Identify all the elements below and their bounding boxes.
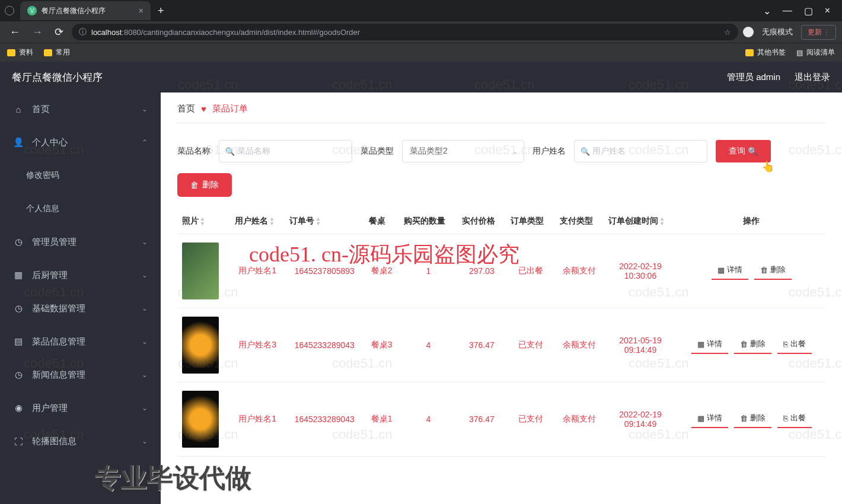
filter-row: 菜品名称 🔍 菜品名称 菜品类型 菜品类型2 ⌄ 用户姓名 🔍 用户姓名 查询🔍	[177, 140, 825, 162]
delete-button[interactable]: 🗑 删除	[754, 262, 792, 280]
cell-otype: 已出餐	[506, 234, 554, 308]
breadcrumb: 首页 ♥ 菜品订单	[177, 103, 825, 123]
col-user: 用户姓名▴▾	[230, 209, 285, 234]
col-ptype: 支付类型	[555, 209, 604, 234]
app-body: ⌂首页⌄👤个人中心⌃修改密码个人信息◷管理员管理⌄▦后厨管理⌄◷基础数据管理⌄▤…	[0, 92, 842, 504]
other-bookmarks[interactable]: 其他书签	[745, 47, 786, 58]
dish-name-input[interactable]: 🔍 菜品名称	[219, 140, 352, 162]
update-button[interactable]: 更新 ⋮	[801, 25, 836, 40]
cell-created: 2021-05-19 09:14:49	[604, 308, 677, 382]
browser-tab[interactable]: V 餐厅点餐微信小程序 ×	[20, 1, 151, 20]
breadcrumb-home[interactable]: 首页	[177, 103, 195, 114]
sort-icon[interactable]: ▴▾	[317, 216, 320, 226]
menu-label: 管理员管理	[32, 237, 76, 248]
cell-ptype: 余额支付	[555, 382, 604, 457]
url-host: localhost	[91, 28, 122, 37]
chevron-icon: ⌄	[142, 337, 148, 346]
bookmark-bar: 资料 常用 其他书签 ▤阅读清单	[0, 43, 842, 62]
filter-name-label: 菜品名称	[177, 146, 210, 157]
menu-label: 个人中心	[32, 137, 68, 148]
sidebar-item-4[interactable]: ◷管理员管理⌄	[0, 225, 161, 259]
dish-type-select[interactable]: 菜品类型2 ⌄	[402, 140, 524, 162]
detail-button[interactable]: ▦ 详情	[691, 410, 728, 428]
star-icon[interactable]: ☆	[724, 28, 731, 37]
detail-icon: ▦	[717, 266, 725, 275]
detail-button[interactable]: ▦ 详情	[712, 262, 748, 280]
col-photo: 照片▴▾	[177, 209, 230, 234]
close-window-icon[interactable]: ×	[825, 5, 830, 17]
sidebar-item-0[interactable]: ⌂首页⌄	[0, 92, 161, 126]
menu-icon: ◷	[13, 237, 24, 247]
reload-button[interactable]: ⟳	[51, 25, 67, 39]
heart-icon: ♥	[201, 104, 206, 114]
bookmark-folder-1[interactable]: 资料	[7, 47, 33, 58]
cell-order: 1645233289043	[285, 382, 364, 457]
sort-icon[interactable]: ▴▾	[661, 216, 664, 226]
sidebar-item-5[interactable]: ▦后厨管理⌄	[0, 259, 161, 292]
folder-icon	[745, 49, 754, 56]
menu-label: 修改密码	[26, 170, 59, 181]
menu-icon: ◷	[13, 303, 24, 314]
delete-icon: 🗑	[760, 266, 768, 275]
cell-created: 2022-02-19 09:14:49	[604, 382, 677, 457]
delete-button[interactable]: 🗑 删除	[734, 336, 771, 354]
cell-ptype: 余额支付	[555, 308, 604, 382]
menu-icon: ⛶	[13, 436, 24, 446]
sidebar-item-2[interactable]: 修改密码	[0, 159, 161, 192]
reading-list[interactable]: ▤阅读清单	[796, 47, 835, 58]
menu-label: 新闻信息管理	[32, 369, 85, 381]
detail-icon: ▦	[697, 414, 704, 423]
chevron-down-icon: ⌄	[512, 148, 518, 155]
close-icon[interactable]: ×	[139, 6, 143, 15]
forward-button[interactable]: →	[28, 26, 46, 39]
info-icon: ⓘ	[79, 27, 87, 37]
minimize-icon[interactable]: —	[783, 5, 792, 17]
search-icon: 🔍	[748, 146, 758, 156]
menu-icon: 👤	[13, 137, 24, 148]
tab-bar: V 餐厅点餐微信小程序 × + ⌄ — ▢ ×	[0, 0, 842, 21]
sidebar-item-8[interactable]: ◷新闻信息管理⌄	[0, 358, 161, 391]
row-actions: ▦ 详情🗑 删除⎘ 出餐	[682, 336, 821, 354]
user-name-input[interactable]: 🔍 用户姓名	[574, 140, 707, 162]
menu-icon: ▤	[13, 336, 24, 347]
delete-button[interactable]: 🗑 删除	[734, 410, 771, 428]
cell-user: 用户姓名1	[230, 382, 285, 457]
chevron-icon: ⌄	[142, 371, 148, 379]
cell-table: 餐桌2	[364, 234, 399, 308]
cell-table: 餐桌3	[364, 308, 399, 382]
detail-button[interactable]: ▦ 详情	[691, 336, 728, 354]
sidebar-item-6[interactable]: ◷基础数据管理⌄	[0, 292, 161, 325]
cell-user: 用户姓名3	[230, 308, 285, 382]
col-action: 操作	[677, 209, 825, 234]
current-user[interactable]: 管理员 admin	[727, 72, 780, 83]
app-header: 餐厅点餐微信小程序 管理员 admin 退出登录	[0, 62, 842, 92]
bookmark-folder-2[interactable]: 常用	[44, 47, 70, 58]
sidebar-item-10[interactable]: ⛶轮播图信息⌄	[0, 425, 161, 458]
menu-label: 基础数据管理	[32, 303, 85, 314]
logout-link[interactable]: 退出登录	[795, 72, 830, 83]
serve-button[interactable]: ⎘ 出餐	[777, 336, 812, 354]
sidebar-item-9[interactable]: ◉用户管理⌄	[0, 391, 161, 425]
maximize-icon[interactable]: ▢	[804, 5, 813, 17]
orders-table: 照片▴▾ 用户姓名▴▾ 订单号▴▾ 餐桌 购买的数量 实付价格 订单类型 支付类…	[177, 209, 825, 457]
table-row: 用户姓名31645233289043餐桌34376.47已支付余额支付2021-…	[177, 308, 825, 382]
serve-button[interactable]: ⎘ 出餐	[777, 410, 812, 428]
chevron-icon: ⌄	[142, 271, 148, 279]
menu-label: 首页	[32, 104, 50, 115]
back-button[interactable]: ←	[6, 26, 24, 39]
sort-icon[interactable]: ▴▾	[201, 216, 204, 226]
cell-qty: 4	[399, 308, 457, 382]
sidebar-item-1[interactable]: 👤个人中心⌃	[0, 126, 161, 159]
sort-icon[interactable]: ▴▾	[270, 216, 273, 226]
sidebar-item-7[interactable]: ▤菜品信息管理⌄	[0, 325, 161, 358]
sidebar-item-3[interactable]: 个人信息	[0, 192, 161, 225]
bulk-delete-button[interactable]: 🗑 删除	[177, 173, 232, 197]
menu-icon: ◉	[13, 403, 24, 413]
vue-icon: V	[27, 6, 37, 15]
chevron-down-icon[interactable]: ⌄	[763, 5, 771, 17]
menu-label: 后厨管理	[32, 270, 68, 281]
url-field[interactable]: ⓘ localhost:8080/cantingdiancanxiaocheng…	[72, 24, 738, 40]
new-tab-button[interactable]: +	[151, 5, 171, 17]
delete-icon: 🗑	[740, 340, 748, 349]
query-button[interactable]: 查询🔍	[716, 140, 771, 162]
